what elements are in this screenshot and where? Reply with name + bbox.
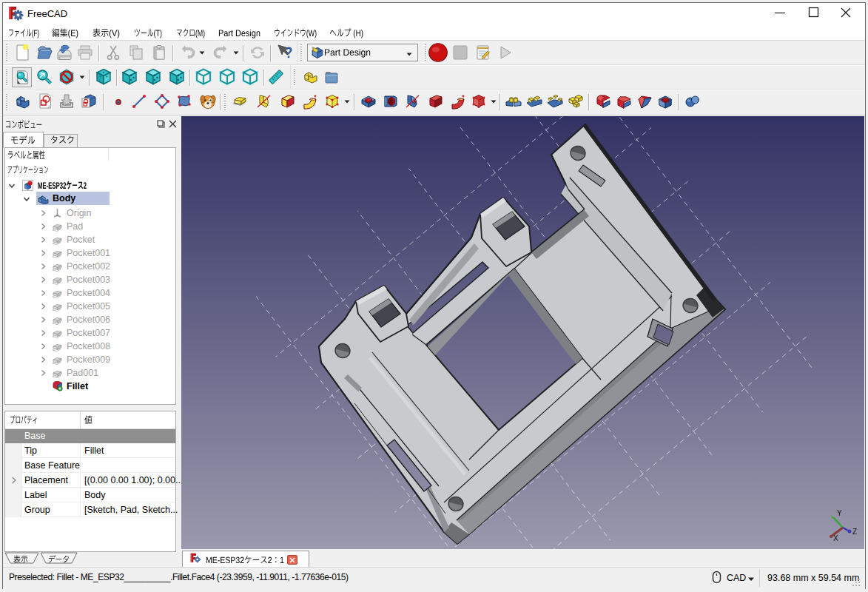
svg-text:X: X [833, 534, 838, 542]
svg-text:Z: Z [852, 528, 857, 536]
svg-text:Y: Y [837, 509, 842, 517]
